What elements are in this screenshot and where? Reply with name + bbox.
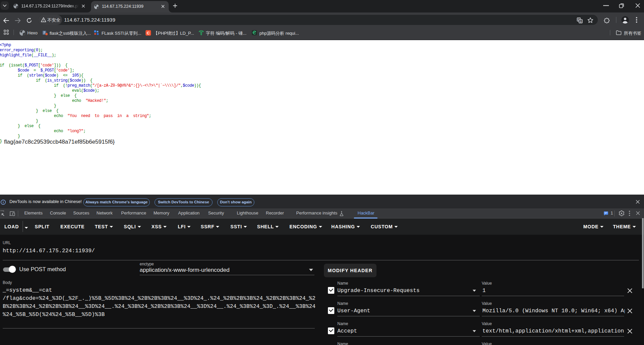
svg-text:文: 文: [579, 20, 582, 23]
svg-text:C: C: [147, 31, 149, 35]
